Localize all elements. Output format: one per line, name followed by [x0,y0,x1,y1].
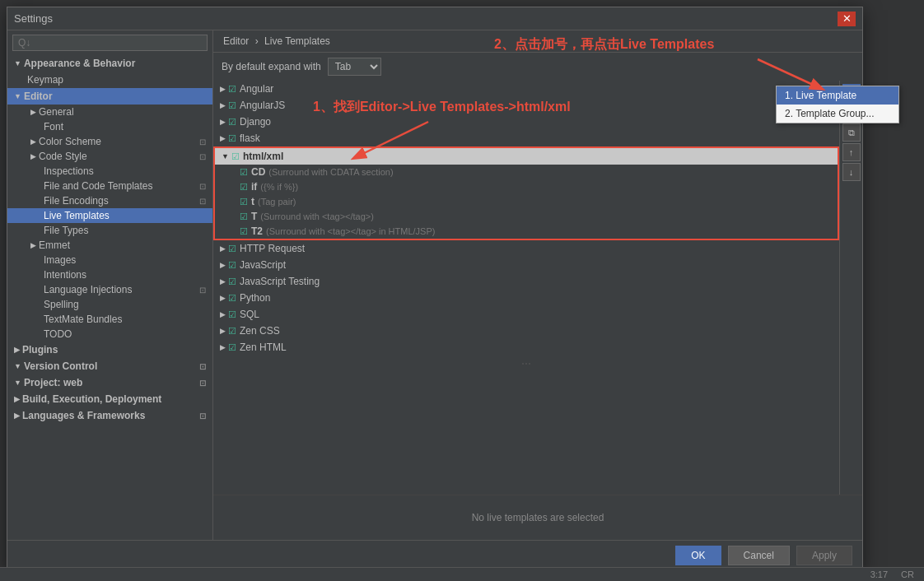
main-panel: Editor › Live Templates By default expan… [213,30,862,540]
group-python[interactable]: ▶ ☑ Python [213,290,839,306]
group-js[interactable]: ▶ ☑ JavaScript [213,257,839,273]
settings-dialog: Settings ✕ ▼ Appearance & Behavior Keyma… [7,7,863,570]
copy-icon4: ⊡ [199,197,206,206]
status-encoding: CR [901,569,914,579]
expand-icon-editor: ▼ [14,92,21,100]
sidebar-item-build[interactable]: ▶ Build, Execution, Deployment [7,391,212,407]
dropdown-item-livetemplate[interactable]: 1. Live Template [777,86,898,105]
expand-icon-general: ▶ [30,108,36,116]
status-bar: 3:17 CR [0,567,924,581]
sidebar-item-livetemplates[interactable]: Live Templates [7,208,212,223]
ok-button[interactable]: OK [675,546,721,565]
expand-icon-code: ▶ [30,152,36,160]
sidebar-item-vc[interactable]: ▼ Version Control ⊡ [7,358,212,374]
group-sql[interactable]: ▶ ☑ SQL [213,306,839,323]
copy-button[interactable]: ⧉ [842,123,861,142]
group-angular[interactable]: ▶ ☑ Angular [213,81,839,97]
dialog-body: ▼ Appearance & Behavior Keymap ▼ Editor … [7,30,862,540]
group-flask[interactable]: ▶ ☑ flask [213,130,839,146]
no-template-message: No live templates are selected [213,495,862,540]
group-zenhtml[interactable]: ▶ ☑ Zen HTML [213,339,839,356]
sidebar-item-project[interactable]: ▼ Project: web ⊡ [7,374,212,391]
status-time: 3:17 [870,569,888,579]
group-django[interactable]: ▶ ☑ Django [213,114,839,130]
sidebar-item-emmet[interactable]: ▶ Emmet [7,238,212,253]
copy-icon: ⊡ [199,137,206,146]
sidebar-item-colorscheme[interactable]: ▶ Color Scheme ⊡ [7,134,212,149]
expand-icon-emmet: ▶ [30,241,36,249]
sidebar-item-general[interactable]: ▶ General [7,105,212,119]
copy-icon8: ⊡ [199,411,206,421]
sidebar-item-filetemplates[interactable]: File and Code Templates ⊡ [7,179,212,193]
sidebar-item-spelling[interactable]: Spelling [7,297,212,312]
copy-icon2: ⊡ [199,152,206,161]
close-button[interactable]: ✕ [838,12,856,26]
button-row: OK Cancel Apply [7,540,862,570]
action-buttons: + − ⧉ ↑ ↓ [839,81,862,495]
sidebar: ▼ Appearance & Behavior Keymap ▼ Editor … [7,30,213,540]
sidebar-item-langinjections[interactable]: Language Injections ⊡ [7,282,212,297]
sidebar-item-images[interactable]: Images [7,253,212,267]
sidebar-item-intentions[interactable]: Intentions [7,267,212,282]
copy-icon3: ⊡ [199,182,206,191]
search-input[interactable] [12,35,208,51]
breadcrumb: Editor › Live Templates [213,30,862,53]
copy-icon6: ⊡ [199,362,206,371]
search-container [7,30,212,55]
sidebar-item-plugins[interactable]: ▶ Plugins [7,342,212,358]
expand-icon-color: ▶ [30,137,36,146]
dropdown-item-templategroup[interactable]: 2. Template Group... [777,105,898,123]
templates-tree: ▶ ☑ Angular ▶ ☑ AngularJS ▶ [213,81,839,495]
titlebar: Settings ✕ [7,7,862,30]
dropdown-popup: 1. Live Template 2. Template Group... [776,86,899,123]
template-if[interactable]: ☑ if ({% if %}) [215,179,838,194]
sidebar-item-todo[interactable]: TODO [7,327,212,342]
sidebar-item-inspections[interactable]: Inspections [7,164,212,179]
template-T[interactable]: ☑ T (Surround with <tag></tag>) [215,209,838,224]
expand-row: By default expand with Tab Enter Space [213,53,862,81]
expand-icon-vc: ▼ [14,362,21,370]
group-jstesting[interactable]: ▶ ☑ JavaScript Testing [213,273,839,290]
copy-icon5: ⊡ [199,286,206,295]
sidebar-item-fileencodings[interactable]: File Encodings ⊡ [7,193,212,208]
sidebar-item-filetypes[interactable]: File Types [7,223,212,238]
down-button[interactable]: ↓ [842,163,861,181]
template-T2[interactable]: ☑ T2 (Surround with <tag></tag> in HTML/… [215,224,838,239]
dialog-title: Settings [14,12,838,25]
templates-area: ▶ ☑ Angular ▶ ☑ AngularJS ▶ [213,81,862,495]
cancel-button[interactable]: Cancel [728,546,790,565]
group-htmlxml: ▼ ☑ html/xml ☑ CD (Surround with CDATA s… [213,146,839,240]
template-t[interactable]: ☑ t (Tag pair) [215,194,838,209]
sidebar-item-appearance[interactable]: ▼ Appearance & Behavior [7,55,212,72]
sidebar-item-font[interactable]: Font [7,119,212,134]
sidebar-item-codestyle[interactable]: ▶ Code Style ⊡ [7,149,212,164]
apply-button[interactable]: Apply [796,546,852,565]
group-htmlxml-header[interactable]: ▼ ☑ html/xml [215,148,838,165]
group-angularjs[interactable]: ▶ ☑ AngularJS [213,97,839,114]
up-button[interactable]: ↑ [842,143,861,161]
expand-select[interactable]: Tab Enter Space [328,58,381,76]
sidebar-item-keymap[interactable]: Keymap [7,72,212,88]
expand-icon-project: ▼ [14,379,21,387]
expand-icon-plugins: ▶ [14,346,20,354]
expand-icon-build: ▶ [14,395,20,403]
group-http[interactable]: ▶ ☑ HTTP Request [213,240,839,257]
expand-icon-lang: ▶ [14,411,20,420]
sidebar-item-textmate[interactable]: TextMate Bundles [7,312,212,327]
copy-icon7: ⊡ [199,379,206,388]
group-zencss[interactable]: ▶ ☑ Zen CSS [213,323,839,339]
sidebar-item-languages[interactable]: ▶ Languages & Frameworks ⊡ [7,407,212,424]
resize-handle: ⋯ [213,356,839,372]
sidebar-item-editor[interactable]: ▼ Editor [7,88,212,105]
template-CD[interactable]: ☑ CD (Surround with CDATA section) [215,165,838,179]
expand-icon: ▼ [14,59,21,67]
